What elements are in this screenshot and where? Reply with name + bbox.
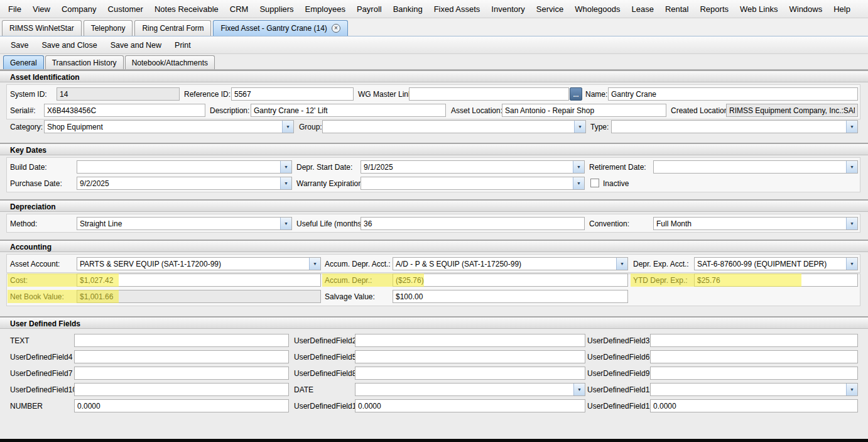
print-button[interactable]: Print [169,38,197,53]
section-header: Asset Identification [0,70,868,82]
user-defined-fields-section: User Defined Fields TEXT UserDefinedFiel… [0,316,868,414]
menu-file[interactable]: File [3,1,27,17]
chevron-down-icon[interactable]: ▼ [280,177,291,189]
tab-rimss-winnetstar[interactable]: RIMSS WinNetStar [2,20,82,36]
udf-field7-label: UserDefinedField7 [10,369,72,378]
menu-payroll[interactable]: Payroll [351,1,388,17]
method-dropdown[interactable]: Straight Line ▼ [77,217,292,230]
udf-field5-input[interactable] [355,350,585,363]
type-dropdown[interactable]: ▼ [611,120,858,133]
category-dropdown[interactable]: Shop Equipment ▼ [44,120,294,133]
chevron-down-icon[interactable]: ▼ [846,121,857,133]
depreciation-section: Depreciation Method: Straight Line ▼ Use… [0,199,868,236]
salvage-value-input[interactable] [393,290,628,303]
menu-rental[interactable]: Rental [659,1,695,17]
menu-employees[interactable]: Employees [300,1,351,17]
udf-field4-input[interactable] [74,350,289,363]
reference-id-input[interactable] [231,87,354,101]
asset-location-input[interactable] [502,104,666,117]
menu-notes-receivable[interactable]: Notes Receivable [149,1,224,17]
save-and-new-button[interactable]: Save and New [105,38,167,53]
udf-number-input[interactable] [74,399,289,412]
menu-crm[interactable]: CRM [224,1,254,17]
udf-field8-input[interactable] [355,367,585,380]
description-input[interactable] [251,104,446,117]
udf-field15-input[interactable] [650,399,858,412]
chevron-down-icon[interactable]: ▼ [846,258,857,270]
chevron-down-icon[interactable]: ▼ [574,121,585,133]
chevron-down-icon[interactable]: ▼ [282,121,293,133]
udf-field4-label: UserDefinedField4 [10,353,72,362]
tab-ring-central-form[interactable]: Ring Central Form [134,20,211,36]
chevron-down-icon[interactable]: ▼ [573,177,584,189]
cost-input[interactable] [77,273,321,287]
toolbar: Save Save and Close Save and New Print [0,36,868,54]
menu-wholegoods[interactable]: Wholegoods [569,1,626,17]
chevron-down-icon[interactable]: ▼ [616,258,627,270]
udf-text-input[interactable] [74,334,289,347]
save-button[interactable]: Save [5,38,35,53]
chevron-down-icon[interactable]: ▼ [846,161,857,173]
useful-life-input[interactable] [361,217,585,230]
tab-telephony[interactable]: Telephony [84,20,133,36]
key-dates-section: Key Dates Build Date: ▼ Depr. Start Date… [0,143,868,196]
menu-company[interactable]: Company [56,1,102,17]
warranty-expiration-picker[interactable]: ▼ [361,177,585,190]
depr-exp-acct-dropdown[interactable]: SAT-6-87600-99 (EQUIPMENT DEPR) ▼ [694,257,858,270]
tab-notebook-attachments[interactable]: Notebook/Attachments [125,55,215,69]
udf-field3-input[interactable] [650,334,858,347]
name-input[interactable] [608,87,858,101]
chevron-down-icon[interactable]: ▼ [309,258,320,270]
menu-windows[interactable]: Windows [783,1,828,17]
wg-master-link-browse-button[interactable]: ... [570,87,582,101]
ytd-depr-exp-input[interactable] [694,273,858,287]
retirement-date-picker[interactable]: ▼ [653,160,858,174]
chevron-down-icon[interactable]: ▼ [280,161,291,173]
close-icon[interactable]: × [332,24,340,33]
menu-fixed-assets[interactable]: Fixed Assets [428,1,486,17]
inactive-checkbox[interactable] [590,179,599,187]
menu-help[interactable]: Help [828,1,856,17]
tab-transaction-history[interactable]: Transaction History [45,55,124,69]
field-row: System ID: Reference ID: WG Master Link … [0,86,868,102]
udf-field12-value [651,384,846,395]
wg-master-link-input[interactable] [409,87,569,101]
build-date-picker[interactable]: ▼ [77,160,292,174]
udf-field10-input[interactable] [74,383,289,396]
udf-field14-input[interactable] [355,399,585,412]
menu-customer[interactable]: Customer [102,1,149,17]
udf-field9-input[interactable] [650,367,858,380]
accum-depr-acct-dropdown[interactable]: A/D - P & S EQUIP (SAT-1-17250-99) ▼ [393,257,628,270]
save-and-close-button[interactable]: Save and Close [36,38,103,53]
menu-service[interactable]: Service [531,1,569,17]
menu-reports[interactable]: Reports [694,1,734,17]
udf-date-picker[interactable]: ▼ [355,383,585,396]
chevron-down-icon[interactable]: ▼ [280,218,291,229]
category-label: Category: [10,123,43,131]
udf-field12-dropdown[interactable]: ▼ [650,383,858,396]
udf-field6-input[interactable] [650,350,858,363]
tab-general[interactable]: General [3,55,44,69]
accum-depr-input[interactable] [393,273,628,287]
menu-view[interactable]: View [27,1,56,17]
convention-dropdown[interactable]: Full Month ▼ [653,217,858,230]
udf-field12-label: UserDefinedField12 [587,385,654,394]
menu-web-links[interactable]: Web Links [734,1,783,17]
chevron-down-icon[interactable]: ▼ [846,218,857,229]
tab-label: Ring Central Form [142,24,203,33]
udf-field7-input[interactable] [74,367,289,380]
depr-start-date-picker[interactable]: 9/1/2025 ▼ [361,160,585,174]
chevron-down-icon[interactable]: ▼ [846,384,857,395]
udf-field2-input[interactable] [355,334,585,347]
purchase-date-picker[interactable]: 9/2/2025 ▼ [77,177,292,190]
group-dropdown[interactable]: ▼ [322,120,586,133]
tab-fixed-asset-gantry-crane[interactable]: Fixed Asset - Gantry Crane (14) × [213,20,347,36]
asset-account-dropdown[interactable]: PARTS & SERV EQUIP (SAT-1-17200-99) ▼ [77,257,321,270]
menu-inventory[interactable]: Inventory [486,1,530,17]
chevron-down-icon[interactable]: ▼ [573,384,585,395]
menu-suppliers[interactable]: Suppliers [254,1,299,17]
chevron-down-icon[interactable]: ▼ [573,161,584,173]
menu-banking[interactable]: Banking [388,1,428,17]
serial-input[interactable] [44,104,205,117]
menu-lease[interactable]: Lease [626,1,659,17]
